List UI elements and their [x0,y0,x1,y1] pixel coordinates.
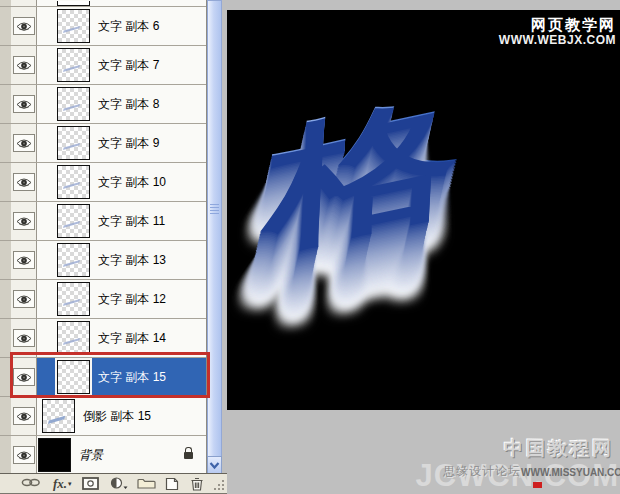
layer-thumbnail[interactable] [57,48,90,82]
scrollbar-grip-icon [210,204,219,214]
thumbnail-art [63,175,82,189]
visibility-toggle[interactable] [13,290,35,308]
layer-thumbnail[interactable] [38,438,71,472]
lock-icon [184,452,193,459]
layer-name: 文字 副本 14 [98,330,166,347]
layer-thumbnail[interactable] [57,165,90,199]
eye-icon [16,372,32,383]
layer-style-icon[interactable]: fx.▾ [53,476,72,492]
panel-resize-grip[interactable] [214,480,224,490]
watermark-site-bottom: 中国教程网 [504,436,614,462]
thumbnail-art [63,214,82,228]
layers-list: 文字 副本 6文字 副本 7文字 副本 8文字 副本 9文字 副本 10文字 副… [0,0,207,473]
layers-panel: 文字 副本 6文字 副本 7文字 副本 8文字 副本 9文字 副本 10文字 副… [0,0,227,494]
layer-name: 文字 副本 9 [98,135,159,152]
layer-name: 文字 副本 15 [98,369,166,386]
eye-icon [16,177,32,188]
layer-name: 文字 副本 12 [98,291,166,308]
eye-icon [16,255,32,266]
layer-thumbnail[interactable] [57,126,90,160]
layers-panel-footer: fx.▾ [0,473,227,494]
watermark-forum: 思缘设计论坛 [443,463,521,480]
visibility-toggle[interactable] [13,251,35,269]
layer-name: 文字 副本 7 [98,57,159,74]
layer-thumbnail[interactable] [57,87,90,121]
scrollbar-down-button[interactable] [207,456,222,474]
layer-row[interactable] [0,0,206,7]
layer-name: 背景 [79,447,103,464]
layer-thumbnail[interactable] [42,399,75,433]
link-layers-icon[interactable] [21,477,41,488]
eye-icon [16,60,32,71]
new-layer-icon[interactable] [165,477,179,491]
layer-thumbnail[interactable] [57,282,90,316]
layer-thumbnail[interactable] [57,243,90,277]
visibility-toggle[interactable] [13,173,35,191]
layer-thumbnail[interactable] [57,204,90,238]
layer-row[interactable]: 背景 [0,436,206,475]
layer-name: 文字 副本 8 [98,96,159,113]
visibility-toggle[interactable] [13,212,35,230]
eye-icon [16,294,32,305]
eye-icon [16,450,32,461]
watermark-url-top: WWW.WEBJX.COM [499,33,616,47]
eye-icon [16,333,32,344]
layer-row[interactable]: 文字 副本 6 [0,7,206,46]
visibility-toggle[interactable] [13,134,35,152]
layer-row[interactable]: 文字 副本 15 [0,358,206,397]
artwork-text: 格 [264,85,462,257]
layer-name: 文字 副本 10 [98,174,166,191]
layer-thumbnail[interactable] [57,1,90,6]
layer-row[interactable]: 文字 副本 13 [0,241,206,280]
thumbnail-art [63,97,82,111]
eye-icon [16,99,32,110]
layer-name: 文字 副本 13 [98,252,166,269]
document-canvas[interactable]: 格 网页教学网 WWW.WEBJX.COM [227,10,620,410]
layer-row[interactable]: 文字 副本 12 [0,280,206,319]
visibility-toggle[interactable] [13,407,35,425]
photoshop-workspace: 文字 副本 6文字 副本 7文字 副本 8文字 副本 9文字 副本 10文字 副… [0,0,620,494]
scrollbar-thumb[interactable] [207,0,222,457]
layer-thumbnail[interactable] [57,9,90,43]
visibility-toggle[interactable] [13,329,35,347]
visibility-toggle[interactable] [13,368,35,386]
layer-row[interactable]: 文字 副本 9 [0,124,206,163]
watermark-url-bottom: WWW.MISSYUAN.COM [521,467,620,478]
eye-icon [16,138,32,149]
visibility-toggle[interactable] [13,56,35,74]
delete-layer-icon[interactable] [190,477,204,491]
layer-name: 文字 副本 6 [98,18,159,35]
layer-row[interactable]: 倒影 副本 15 [0,397,206,436]
layer-row[interactable]: 文字 副本 14 [0,319,206,358]
thumbnail-art [63,136,82,150]
adjustment-layer-icon[interactable] [110,477,129,490]
add-layer-mask-icon[interactable] [82,477,99,490]
visibility-toggle[interactable] [13,95,35,113]
eye-icon [16,216,32,227]
eye-icon [16,21,32,32]
layer-row[interactable]: 文字 副本 10 [0,163,206,202]
layer-row[interactable]: 文字 副本 7 [0,46,206,85]
eye-icon [16,411,32,422]
layer-thumbnail[interactable] [57,360,90,394]
chevron-down-icon [209,461,220,470]
document-canvas-area: 格 网页教学网 WWW.WEBJX.COM JCWCN.COM 中国教程网 思缘… [227,0,620,494]
thumbnail-art [63,331,82,345]
watermark-red-square [533,482,542,488]
layer-name: 倒影 副本 15 [83,408,151,425]
thumbnail-art [63,253,82,267]
thumbnail-art [63,292,82,306]
layer-thumbnail[interactable] [57,321,90,355]
new-group-icon[interactable] [137,477,156,489]
thumbnail-art [63,58,82,72]
visibility-toggle[interactable] [13,446,35,464]
layers-scrollbar[interactable] [207,0,222,473]
visibility-toggle[interactable] [13,17,35,35]
thumbnail-art [48,409,67,424]
thumbnail-art [63,19,82,33]
layer-row[interactable]: 文字 副本 8 [0,85,206,124]
layer-name: 文字 副本 11 [98,213,165,230]
layer-row[interactable]: 文字 副本 11 [0,202,206,241]
